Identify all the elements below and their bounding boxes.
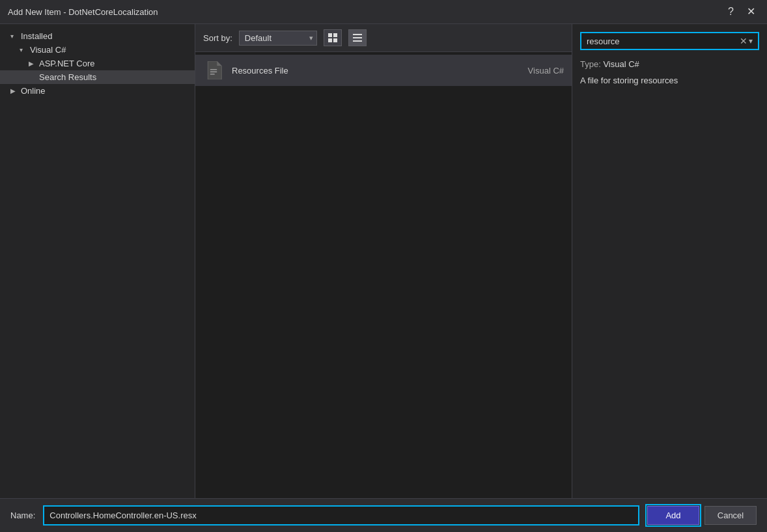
detail-type: Type: Visual C# xyxy=(580,59,759,69)
help-button[interactable]: ? xyxy=(724,5,738,18)
add-button[interactable]: Add xyxy=(647,506,699,525)
sidebar-label-visual-csharp: Visual C# xyxy=(30,45,66,55)
sidebar-label-installed: Installed xyxy=(21,31,52,41)
resources-file-icon xyxy=(203,60,224,81)
grid-view-button[interactable] xyxy=(324,29,342,46)
svg-rect-0 xyxy=(328,33,332,37)
svg-rect-1 xyxy=(333,33,337,37)
svg-rect-2 xyxy=(328,38,332,42)
sidebar-item-visual-csharp[interactable]: ▾ Visual C# xyxy=(0,43,195,57)
sidebar-item-installed[interactable]: ▾ Installed xyxy=(0,29,195,43)
bottom-buttons: Add Cancel xyxy=(647,506,757,525)
svg-rect-8 xyxy=(210,72,217,72)
detail-search-bar: ✕ ▾ xyxy=(580,32,759,50)
sidebar-item-online[interactable]: ▶ Online xyxy=(0,84,195,98)
type-value: Visual C# xyxy=(603,59,639,69)
window-title: Add New Item - DotNetCoreLocalization xyxy=(8,7,158,17)
svg-rect-5 xyxy=(353,37,362,38)
list-view-button[interactable] xyxy=(348,29,367,46)
expand-icon-visual-csharp: ▾ xyxy=(20,46,27,53)
item-list: Resources File Visual C# xyxy=(195,52,572,498)
title-bar: Add New Item - DotNetCoreLocalization ? … xyxy=(0,0,767,24)
expand-icon-asp-net-core: ▶ xyxy=(29,60,36,67)
bottom-bar: Name: Add Cancel xyxy=(0,498,767,532)
sidebar-item-search-results[interactable]: Search Results xyxy=(0,70,195,84)
item-row-resources-file[interactable]: Resources File Visual C# xyxy=(195,55,572,86)
sort-label: Sort by: xyxy=(203,33,232,43)
sort-dropdown[interactable]: Default xyxy=(239,31,317,46)
main-content: ▾ Installed ▾ Visual C# ▶ ASP.NET Core S… xyxy=(0,24,767,498)
expand-icon-online: ▶ xyxy=(10,87,18,94)
svg-rect-9 xyxy=(210,74,215,74)
toolbar: Sort by: Default xyxy=(195,24,572,52)
name-input[interactable] xyxy=(43,505,639,525)
search-input[interactable] xyxy=(587,36,738,46)
close-button[interactable]: ✕ xyxy=(743,5,759,18)
sidebar-label-search-results: Search Results xyxy=(39,72,96,82)
svg-rect-6 xyxy=(353,40,362,42)
svg-rect-3 xyxy=(333,38,337,42)
sidebar: ▾ Installed ▾ Visual C# ▶ ASP.NET Core S… xyxy=(0,24,195,498)
title-bar-controls: ? ✕ xyxy=(724,5,759,18)
sort-dropdown-wrapper[interactable]: Default xyxy=(239,31,317,46)
center-panel: Sort by: Default xyxy=(195,24,572,498)
detail-description: A file for storing resources xyxy=(580,74,759,87)
expand-icon-installed: ▾ xyxy=(10,33,18,40)
search-clear-button[interactable]: ✕ xyxy=(738,36,749,46)
type-label: Type: xyxy=(580,59,601,69)
sidebar-label-asp-net-core: ASP.NET Core xyxy=(39,59,95,68)
svg-rect-4 xyxy=(353,34,362,35)
item-name-resources-file: Resources File xyxy=(232,66,491,76)
cancel-button[interactable]: Cancel xyxy=(704,506,757,525)
sidebar-item-asp-net-core[interactable]: ▶ ASP.NET Core xyxy=(0,57,195,70)
search-dropdown-button[interactable]: ▾ xyxy=(749,36,753,46)
name-label: Name: xyxy=(10,511,35,520)
expand-icon-search-results xyxy=(29,74,36,81)
sidebar-label-online: Online xyxy=(21,86,46,96)
svg-rect-7 xyxy=(210,69,217,70)
detail-panel: ✕ ▾ Type: Visual C# A file for storing r… xyxy=(572,24,767,498)
item-category-resources-file: Visual C# xyxy=(499,66,564,76)
